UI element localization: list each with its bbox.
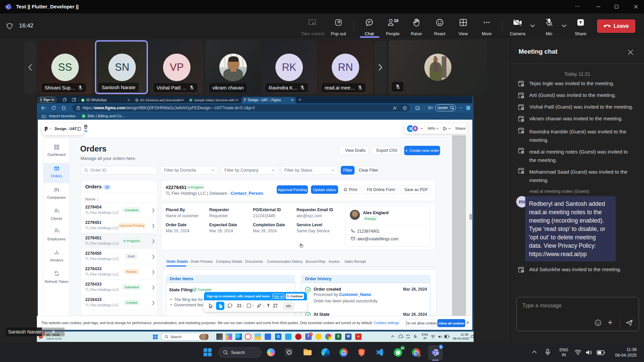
- svg-text:10: 10: [394, 18, 398, 23]
